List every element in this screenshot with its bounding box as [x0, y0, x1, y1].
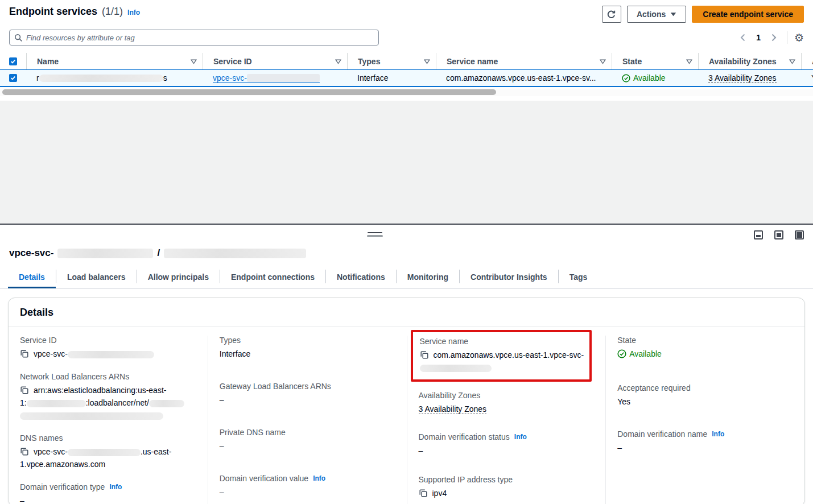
horizontal-scrollbar-thumb[interactable] — [2, 89, 496, 95]
caret-down-icon — [670, 12, 676, 16]
detail-tabs: Details Load balancers Allow principals … — [0, 267, 813, 288]
details-column-2: Types Interface Gateway Load Balancers A… — [208, 336, 407, 504]
row-checkbox[interactable] — [9, 74, 17, 82]
column-header-service-name[interactable]: Service name — [436, 53, 612, 69]
refresh-icon — [606, 10, 616, 19]
redacted-text — [420, 365, 492, 372]
actions-button[interactable]: Actions — [627, 6, 686, 23]
cell-types: Interface — [347, 73, 436, 82]
column-header-availability-zones[interactable]: Availability Zones — [698, 53, 801, 69]
tab-endpoint-connections[interactable]: Endpoint connections — [220, 267, 325, 288]
title-wrap: Endpoint services (1/1) Info — [9, 6, 140, 18]
redacted-text — [68, 449, 141, 456]
sort-icon — [686, 57, 692, 66]
tab-tags[interactable]: Tags — [559, 267, 599, 288]
redacted-text — [57, 249, 153, 258]
search-input[interactable] — [26, 34, 374, 42]
redacted-text — [39, 75, 163, 82]
table-row[interactable]: r s vpce-svc- Interface com.amazonaws.vp… — [0, 69, 813, 87]
tab-monitoring[interactable]: Monitoring — [397, 267, 459, 288]
details-column-3: Service name com.amazonaws.vpce.us-east-… — [407, 336, 606, 504]
column-header-acceptance-required[interactable]: A — [801, 53, 813, 69]
info-link[interactable]: Info — [313, 474, 325, 482]
copy-icon[interactable] — [420, 350, 429, 360]
select-all-cell — [0, 53, 26, 69]
column-header-state[interactable]: State — [612, 53, 698, 69]
info-link[interactable]: Info — [712, 430, 724, 438]
field-types: Types Interface — [220, 336, 395, 360]
details-card-body: Service ID vpce-svc- Network Load Balanc… — [9, 327, 804, 504]
create-endpoint-service-button[interactable]: Create endpoint service — [692, 6, 804, 23]
select-all-checkbox[interactable] — [9, 57, 17, 65]
tab-load-balancers[interactable]: Load balancers — [56, 267, 137, 288]
next-page-button[interactable] — [767, 31, 780, 44]
status-available-icon — [617, 349, 626, 358]
field-service-id: Service ID vpce-svc- — [20, 336, 196, 360]
details-card: Details Service ID vpce-svc- — [8, 298, 805, 504]
service-id-link[interactable]: vpce-svc- — [213, 73, 320, 83]
split-panel-title: vpce-svc- / — [9, 247, 804, 259]
copy-icon[interactable] — [20, 447, 29, 456]
column-header-service-id[interactable]: Service ID — [203, 53, 347, 69]
info-link[interactable]: Info — [514, 433, 527, 441]
panel-size-large-button[interactable] — [795, 230, 804, 239]
sort-icon — [191, 57, 197, 66]
column-header-name[interactable]: Name — [26, 53, 203, 69]
details-column-4: State Available Acceptance required Yes — [605, 336, 804, 504]
split-panel-drag-handle[interactable] — [367, 232, 383, 237]
toolbar: Actions Create endpoint service — [602, 6, 804, 23]
redacted-text — [149, 400, 184, 407]
split-panel: vpce-svc- / Details Load balancers Allow… — [0, 224, 813, 504]
tab-notifications[interactable]: Notifications — [326, 267, 396, 288]
page-title: Endpoint services — [9, 6, 97, 18]
redacted-text — [247, 74, 320, 82]
content-background — [0, 101, 813, 224]
column-header-types[interactable]: Types — [347, 53, 436, 69]
redacted-text — [68, 351, 154, 358]
sort-icon — [335, 57, 341, 66]
field-dns-names: DNS names vpce-svc-.us-east- 1.vpce.amaz… — [20, 433, 196, 470]
controls-row: 1 ⚙ — [0, 23, 813, 46]
info-link[interactable]: Info — [127, 9, 140, 16]
tab-allow-principals[interactable]: Allow principals — [137, 267, 220, 288]
horizontal-scrollbar — [0, 89, 813, 96]
refresh-button[interactable] — [602, 6, 621, 23]
availability-zones-popover-trigger[interactable]: 3 Availability Zones — [419, 404, 487, 414]
preferences-gear-icon[interactable]: ⚙ — [794, 32, 804, 43]
field-domain-verification-status: Domain verification status Info – — [419, 432, 595, 457]
field-private-dns-name: Private DNS name – — [220, 428, 395, 452]
field-availability-zones: Availability Zones 3 Availability Zones — [419, 391, 595, 415]
info-link[interactable]: Info — [109, 483, 122, 491]
panel-size-medium-button[interactable] — [774, 230, 783, 239]
page-number[interactable]: 1 — [753, 33, 764, 42]
search-box — [9, 30, 379, 46]
cell-availability-zones: 3 Availability Zones — [698, 73, 801, 83]
divider — [787, 31, 787, 44]
cell-service-name: com.amazonaws.vpce.us-east-1.vpce-sv... — [436, 73, 612, 82]
copy-icon[interactable] — [20, 349, 29, 358]
field-supported-ip-address-type: Supported IP address type ipv4 — [419, 475, 595, 499]
search-icon — [14, 34, 23, 42]
table-header-row: Name Service ID Types Service name State… — [0, 53, 813, 69]
service-name-highlight-box: Service name com.amazonaws.vpce.us-east-… — [411, 330, 592, 382]
status-available-icon — [622, 74, 630, 82]
list-header: Endpoint services (1/1) Info Actions Cre… — [0, 0, 813, 23]
cell-service-id: vpce-svc- — [203, 73, 347, 83]
actions-button-label: Actions — [637, 10, 666, 19]
copy-icon[interactable] — [20, 386, 29, 395]
sort-icon — [600, 57, 606, 66]
sort-icon — [424, 57, 430, 66]
endpoint-services-table: Name Service ID Types Service name State… — [0, 53, 813, 87]
sort-icon — [789, 57, 795, 66]
field-domain-verification-name: Domain verification name Info – — [617, 429, 793, 454]
field-gwlb-arns: Gateway Load Balancers ARNs – — [220, 382, 395, 406]
field-domain-verification-type: Domain verification type Info – — [20, 482, 196, 504]
pagination: 1 ⚙ — [737, 31, 804, 44]
tab-contributor-insights[interactable]: Contributor Insights — [460, 267, 558, 288]
field-domain-verification-value: Domain verification value Info – — [220, 474, 395, 498]
tab-details[interactable]: Details — [8, 267, 56, 288]
panel-size-small-button[interactable] — [754, 230, 763, 239]
copy-icon[interactable] — [419, 489, 428, 498]
previous-page-button[interactable] — [737, 31, 749, 44]
availability-zones-popover-trigger[interactable]: 3 Availability Zones — [708, 73, 777, 83]
